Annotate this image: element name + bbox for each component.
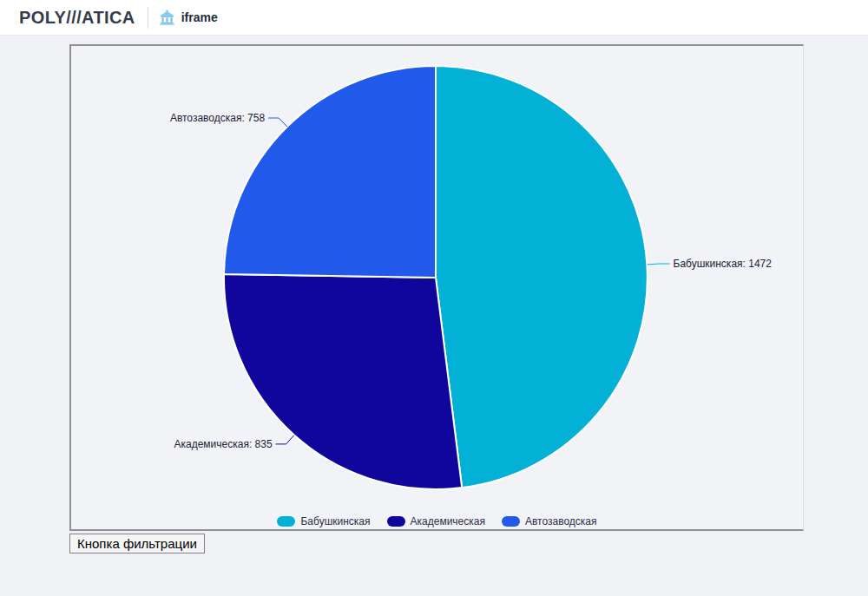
iframe-chart-panel: Бабушкинская: 1472Академическая: 835Авто… xyxy=(69,44,804,531)
pie-label-leader-1 xyxy=(276,436,294,444)
pie-slice-0[interactable] xyxy=(436,66,648,488)
pie-slice-2[interactable] xyxy=(224,66,436,278)
pie-slice-1[interactable] xyxy=(224,274,462,489)
legend-label-1: Академическая xyxy=(411,515,485,527)
pie-data-label-0: Бабушкинская: 1472 xyxy=(674,258,773,270)
header-divider xyxy=(148,7,148,29)
bank-icon xyxy=(159,10,175,25)
legend-label-0: Бабушкинская xyxy=(300,515,370,527)
page-title: iframe xyxy=(181,10,218,24)
pie-data-label-2: Автозаводская: 758 xyxy=(170,112,266,124)
legend-swatch-2 xyxy=(502,516,520,527)
legend-item-1[interactable]: Академическая xyxy=(387,515,485,527)
chart-legend: БабушкинскаяАкадемическаяАвтозаводская xyxy=(71,515,803,527)
legend-swatch-1 xyxy=(387,516,405,527)
pie-label-leader-0 xyxy=(648,264,670,265)
pie-chart[interactable]: Бабушкинская: 1472Академическая: 835Авто… xyxy=(71,46,803,529)
polymatica-logo: POLY///ATICA xyxy=(19,8,135,28)
legend-swatch-0 xyxy=(277,516,295,527)
pie-label-leader-2 xyxy=(268,118,287,127)
legend-item-0[interactable]: Бабушкинская xyxy=(277,515,370,527)
legend-label-2: Автозаводская xyxy=(525,515,597,527)
app-header: POLY///ATICA iframe xyxy=(0,0,868,36)
filter-button[interactable]: Кнопка фильтрации xyxy=(69,534,205,553)
legend-item-2[interactable]: Автозаводская xyxy=(502,515,597,527)
pie-data-label-1: Академическая: 835 xyxy=(174,438,272,450)
